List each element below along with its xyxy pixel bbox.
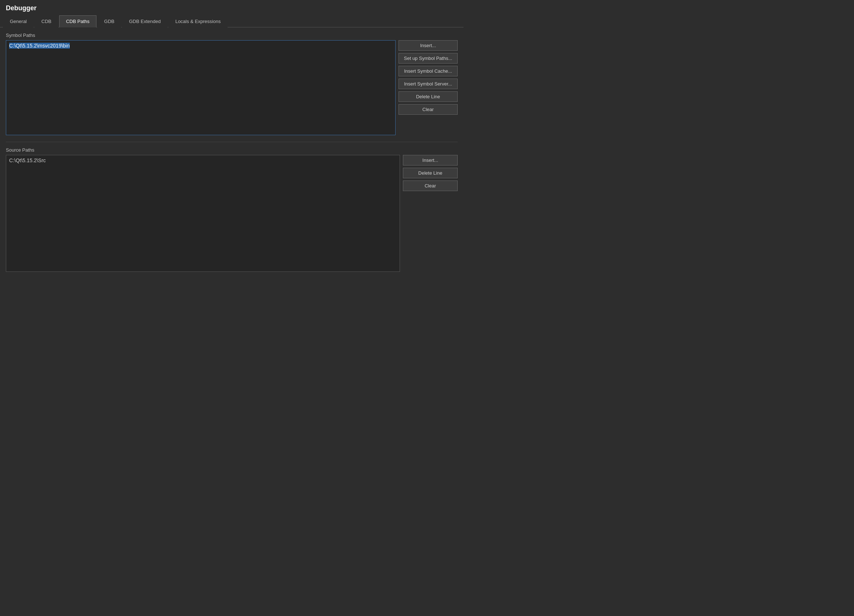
app-title: Debugger [6, 5, 37, 12]
tab-cdb-paths[interactable]: CDB Paths [59, 15, 96, 27]
source-paths-content[interactable]: C:\Qt\5.15.2\Src [8, 157, 398, 164]
tabs-bar: General CDB CDB Paths GDB GDB Extended L… [0, 15, 464, 27]
symbol-paths-selected: C:\Qt\5.15.2\msvc2019\bin [9, 43, 70, 49]
symbol-paths-body: C:\Qt\5.15.2\msvc2019\bin Insert... Set … [6, 40, 458, 135]
symbol-paths-label: Symbol Paths [6, 32, 458, 38]
tab-general[interactable]: General [3, 15, 34, 27]
content-area: Symbol Paths C:\Qt\5.15.2\msvc2019\bin I… [0, 27, 464, 284]
symbol-paths-textarea-wrapper: C:\Qt\5.15.2\msvc2019\bin [6, 40, 396, 135]
tab-cdb[interactable]: CDB [34, 15, 58, 27]
tab-locals-expressions[interactable]: Locals & Expressions [168, 15, 227, 27]
source-paths-section: Source Paths C:\Qt\5.15.2\Src Insert... … [6, 147, 458, 272]
source-paths-buttons: Insert... Delete Line Clear [403, 155, 458, 272]
source-paths-value: C:\Qt\5.15.2\Src [9, 157, 46, 163]
source-delete-line-button[interactable]: Delete Line [403, 168, 458, 178]
symbol-paths-section: Symbol Paths C:\Qt\5.15.2\msvc2019\bin I… [6, 32, 458, 135]
source-paths-textarea-wrapper: C:\Qt\5.15.2\Src [6, 155, 400, 272]
symbol-clear-button[interactable]: Clear [398, 104, 458, 115]
tab-gdb-extended[interactable]: GDB Extended [122, 15, 168, 27]
section-divider [6, 142, 458, 142]
symbol-paths-buttons: Insert... Set up Symbol Paths... Insert … [398, 40, 458, 135]
symbol-paths-content[interactable]: C:\Qt\5.15.2\msvc2019\bin [8, 42, 394, 49]
tab-gdb[interactable]: GDB [97, 15, 121, 27]
symbol-insert-button[interactable]: Insert... [398, 40, 458, 51]
source-clear-button[interactable]: Clear [403, 180, 458, 191]
symbol-insert-cache-button[interactable]: Insert Symbol Cache... [398, 66, 458, 76]
source-paths-label: Source Paths [6, 147, 458, 153]
symbol-insert-server-button[interactable]: Insert Symbol Server... [398, 79, 458, 89]
source-paths-body: C:\Qt\5.15.2\Src Insert... Delete Line C… [6, 155, 458, 272]
source-insert-button[interactable]: Insert... [403, 155, 458, 166]
symbol-setup-button[interactable]: Set up Symbol Paths... [398, 53, 458, 64]
symbol-delete-line-button[interactable]: Delete Line [398, 91, 458, 102]
